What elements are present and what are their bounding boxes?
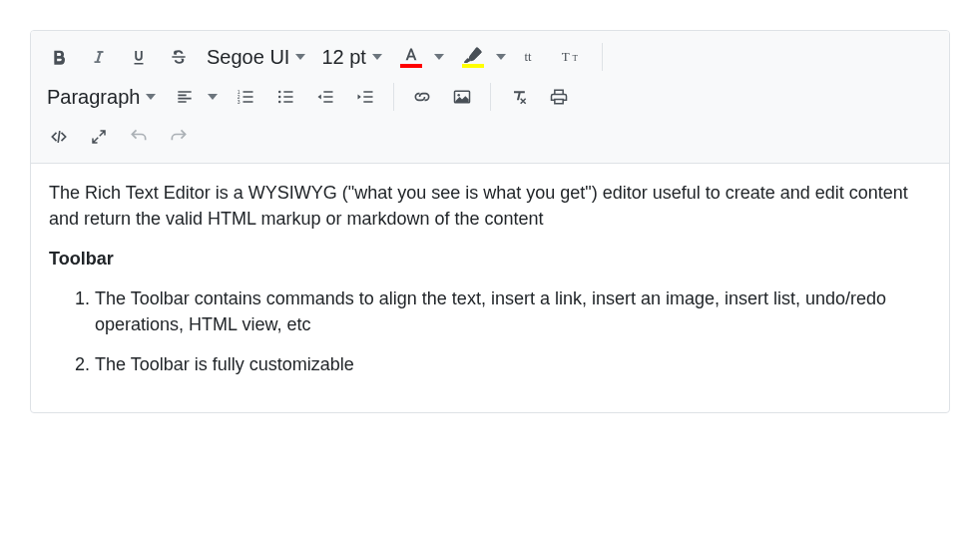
alignment-dropdown[interactable] — [204, 77, 222, 117]
outdent-button[interactable] — [305, 77, 345, 117]
unordered-list-icon — [275, 87, 295, 107]
bold-icon — [50, 48, 68, 66]
fullscreen-icon — [90, 128, 108, 146]
strikethrough-icon — [169, 47, 189, 67]
bold-button[interactable] — [39, 37, 79, 77]
fullscreen-button[interactable] — [79, 117, 119, 157]
chevron-down-icon — [434, 54, 444, 60]
svg-text:3: 3 — [238, 99, 241, 105]
ordered-list-button[interactable]: 123 — [226, 77, 265, 117]
underline-icon — [130, 48, 148, 66]
rich-text-editor: Segoe UI 12 pt tt — [30, 30, 950, 413]
uppercase-button[interactable]: TT — [554, 37, 594, 77]
code-icon — [48, 127, 70, 147]
indent-button[interactable] — [345, 77, 385, 117]
alignment-button[interactable] — [168, 77, 202, 117]
chevron-down-icon — [146, 94, 156, 100]
chevron-down-icon — [208, 94, 218, 100]
svg-text:T: T — [572, 53, 578, 63]
unordered-list-button[interactable] — [265, 77, 305, 117]
toolbar-info-list[interactable]: The Toolbar contains commands to align t… — [49, 285, 931, 377]
ordered-list-icon: 123 — [236, 87, 255, 107]
source-code-button[interactable] — [39, 117, 79, 157]
intro-paragraph[interactable]: The Rich Text Editor is a WYSIWYG ("what… — [49, 180, 931, 232]
svg-point-8 — [278, 101, 281, 104]
indent-icon — [355, 87, 375, 107]
separator — [490, 83, 491, 111]
font-color-dropdown[interactable] — [430, 37, 448, 77]
highlight-color-dropdown[interactable] — [492, 37, 510, 77]
list-item[interactable]: The Toolbar is fully customizable — [95, 351, 931, 377]
svg-point-6 — [278, 91, 281, 94]
svg-point-10 — [458, 94, 461, 97]
svg-point-7 — [278, 96, 281, 99]
font-color-icon — [401, 46, 421, 66]
italic-button[interactable] — [79, 37, 119, 77]
svg-text:T: T — [562, 49, 570, 64]
italic-icon — [90, 48, 108, 66]
chevron-down-icon — [496, 54, 506, 60]
underline-button[interactable] — [119, 37, 159, 77]
align-left-icon — [175, 87, 195, 107]
clear-format-icon — [509, 87, 529, 107]
highlight-color-button[interactable] — [456, 37, 490, 77]
chevron-down-icon — [295, 54, 305, 60]
format-block-label: Paragraph — [47, 86, 140, 109]
lowercase-button[interactable]: tt — [514, 37, 554, 77]
section-heading[interactable]: Toolbar — [49, 249, 114, 269]
font-color-button[interactable] — [394, 37, 428, 77]
redo-button[interactable] — [159, 117, 199, 157]
list-item[interactable]: The Toolbar contains commands to align t… — [95, 285, 931, 337]
separator — [602, 43, 603, 71]
separator — [393, 83, 394, 111]
uppercase-icon: TT — [561, 47, 587, 67]
svg-text:tt: tt — [524, 50, 531, 64]
print-button[interactable] — [539, 77, 579, 117]
strikethrough-button[interactable] — [159, 37, 199, 77]
lowercase-icon: tt — [523, 47, 545, 67]
font-family-label: Segoe UI — [207, 46, 289, 69]
font-size-label: 12 pt — [321, 46, 365, 69]
editor-content[interactable]: The Rich Text Editor is a WYSIWYG ("what… — [31, 164, 949, 412]
font-color-swatch — [400, 64, 422, 68]
outdent-icon — [315, 87, 335, 107]
undo-button[interactable] — [119, 117, 159, 157]
image-icon — [452, 87, 472, 107]
highlight-color-swatch — [462, 64, 484, 68]
image-button[interactable] — [442, 77, 482, 117]
toolbar: Segoe UI 12 pt tt — [31, 31, 949, 164]
redo-icon — [169, 127, 189, 147]
link-button[interactable] — [402, 77, 442, 117]
print-icon — [549, 87, 569, 107]
undo-icon — [129, 127, 149, 147]
clear-format-button[interactable] — [499, 77, 539, 117]
chevron-down-icon — [372, 54, 382, 60]
font-family-dropdown[interactable]: Segoe UI — [199, 37, 313, 77]
highlight-icon — [463, 46, 483, 66]
link-icon — [412, 87, 432, 107]
format-block-dropdown[interactable]: Paragraph — [39, 77, 164, 117]
font-size-dropdown[interactable]: 12 pt — [313, 37, 389, 77]
